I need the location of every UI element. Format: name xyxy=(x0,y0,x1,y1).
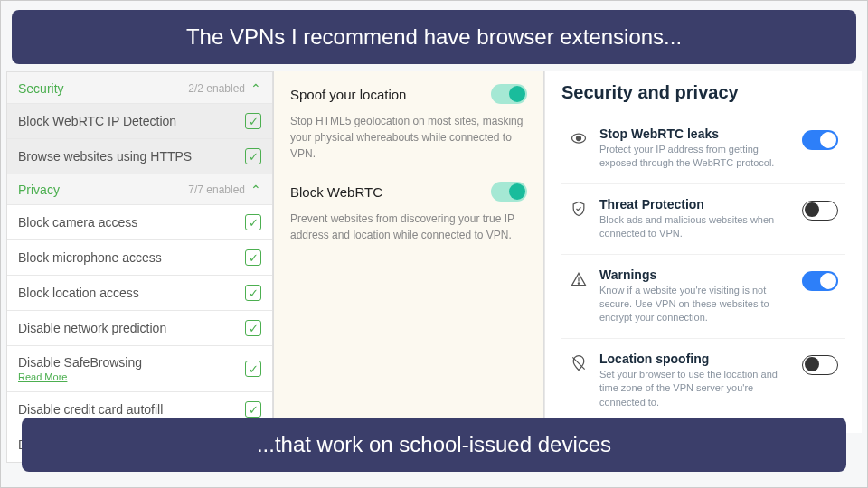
location-off-icon xyxy=(569,353,589,373)
section-security-title: Security xyxy=(18,81,64,96)
option-label: Browse websites using HTTPS xyxy=(18,149,192,164)
checkbox-icon[interactable] xyxy=(245,214,261,230)
section-privacy-header[interactable]: Privacy 7/7 enabled ⌃ xyxy=(7,174,272,204)
warning-icon xyxy=(569,269,589,289)
item-label: Location spoofing xyxy=(599,352,791,366)
banner-bottom: ...that work on school-issued devices xyxy=(22,418,846,472)
option-block-location[interactable]: Block location access xyxy=(7,275,272,310)
toggle-threat-protection[interactable] xyxy=(802,201,838,221)
item-label: Warnings xyxy=(599,267,791,282)
checkbox-icon[interactable] xyxy=(245,113,261,129)
checkbox-icon[interactable] xyxy=(245,361,261,377)
settings-panel-middle: Spoof your location Stop HTML5 geolocati… xyxy=(273,71,544,433)
option-browse-https[interactable]: Browse websites using HTTPS xyxy=(7,138,272,174)
svg-point-1 xyxy=(577,136,581,141)
item-location-spoofing: Location spoofing Set your browser to us… xyxy=(561,339,845,422)
toggle-warnings[interactable] xyxy=(802,271,838,291)
option-block-microphone[interactable]: Block microphone access xyxy=(7,239,272,275)
chevron-up-icon: ⌃ xyxy=(250,81,261,96)
readmore-link[interactable]: Read More xyxy=(18,371,142,382)
toggle-stop-webrtc-leaks[interactable] xyxy=(802,130,838,150)
item-label: Threat Protection xyxy=(599,197,791,211)
spoof-location-desc: Stop HTML5 geolocation on most sites, ma… xyxy=(290,113,527,162)
checkbox-icon[interactable] xyxy=(245,320,261,336)
option-label: Disable credit card autofill xyxy=(18,402,163,417)
checkbox-icon[interactable] xyxy=(245,285,261,301)
item-desc: Set your browser to use the location and… xyxy=(599,368,791,409)
chevron-up-icon: ⌃ xyxy=(250,183,261,197)
item-desc: Block ads and malicious websites when co… xyxy=(599,213,791,241)
settings-panel-right: Security and privacy Stop WebRTC leaks P… xyxy=(544,71,862,433)
item-warnings: Warnings Know if a website you're visiti… xyxy=(561,255,845,339)
option-label: Block location access xyxy=(18,286,139,300)
svg-point-3 xyxy=(578,282,579,283)
toggle-spoof-location[interactable] xyxy=(491,84,527,104)
option-label: Block microphone access xyxy=(18,250,162,265)
block-webrtc-title: Block WebRTC xyxy=(290,184,382,200)
checkbox-icon[interactable] xyxy=(245,148,261,164)
option-block-webrtc-detection[interactable]: Block WebRTC IP Detection xyxy=(7,103,272,138)
checkbox-icon[interactable] xyxy=(245,249,261,266)
settings-panel-left: Security 2/2 enabled ⌃ Block WebRTC IP D… xyxy=(6,71,273,463)
option-disable-safebrowsing[interactable]: Disable SafeBrowsing Read More xyxy=(7,345,272,391)
option-label: Disable SafeBrowsing Read More xyxy=(18,355,142,382)
section-security-count: 2/2 enabled xyxy=(188,82,245,95)
toggle-block-webrtc[interactable] xyxy=(491,182,527,202)
option-label: Block camera access xyxy=(18,215,137,230)
banner-top: The VPNs I recommend have browser extens… xyxy=(12,10,856,64)
section-security-header[interactable]: Security 2/2 enabled ⌃ xyxy=(7,72,272,103)
shield-icon xyxy=(569,199,589,219)
option-label: Disable network prediction xyxy=(18,321,166,335)
spoof-location-title: Spoof your location xyxy=(290,87,406,102)
item-stop-webrtc-leaks: Stop WebRTC leaks Protect your IP addres… xyxy=(561,114,845,184)
option-label: Block WebRTC IP Detection xyxy=(18,114,176,128)
item-label: Stop WebRTC leaks xyxy=(599,127,791,141)
option-block-camera[interactable]: Block camera access xyxy=(7,204,272,239)
svg-line-4 xyxy=(572,357,584,369)
item-threat-protection: Threat Protection Block ads and maliciou… xyxy=(561,184,845,255)
item-desc: Protect your IP address from getting exp… xyxy=(599,143,791,171)
section-privacy-count: 7/7 enabled xyxy=(188,183,245,196)
section-privacy-title: Privacy xyxy=(18,183,60,197)
checkbox-icon[interactable] xyxy=(245,401,261,418)
eye-icon xyxy=(569,128,589,148)
security-privacy-title: Security and privacy xyxy=(561,82,845,103)
item-desc: Know if a website you're visiting is not… xyxy=(599,284,791,325)
toggle-location-spoofing[interactable] xyxy=(802,355,838,375)
block-webrtc-desc: Prevent websites from discovering your t… xyxy=(290,211,527,243)
option-disable-network-prediction[interactable]: Disable network prediction xyxy=(7,310,272,345)
